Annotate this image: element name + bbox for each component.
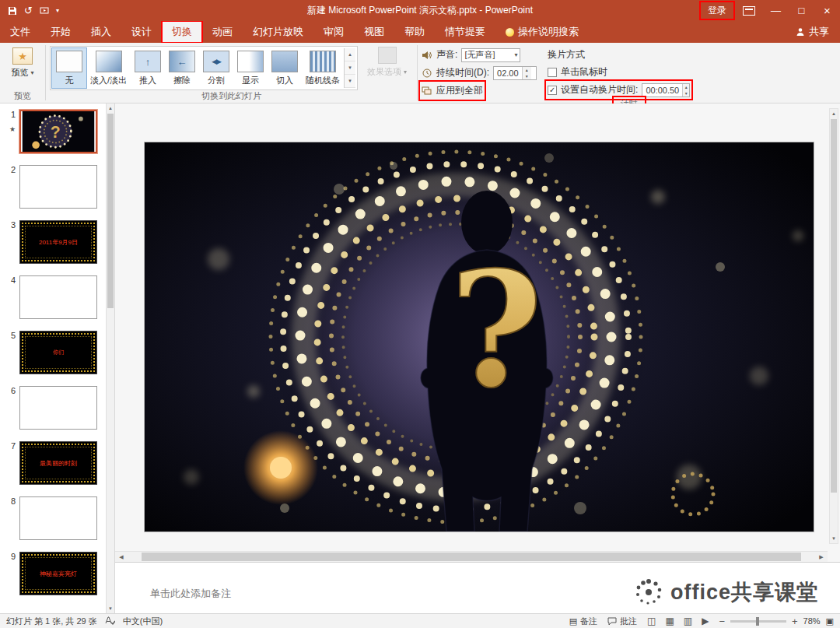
auto-advance-spinner[interactable]: 00:00.50 ▲▼ <box>642 83 690 97</box>
on-mouse-click-checkbox[interactable] <box>548 68 557 77</box>
zoom-slider[interactable] <box>730 620 786 623</box>
comments-toggle-button[interactable]: 批注 <box>607 616 637 627</box>
tab-review[interactable]: 审阅 <box>313 21 354 43</box>
transition-push[interactable]: ↑ 推入 <box>131 48 165 88</box>
login-button[interactable]: 登录 <box>699 1 735 20</box>
thumbnail-scrollbar[interactable]: ▲ ▼ <box>106 103 114 613</box>
maximize-button[interactable]: □ <box>789 0 814 21</box>
slide-thumbnail-4[interactable] <box>19 275 97 319</box>
ribbon-display-options-icon[interactable] <box>743 6 755 16</box>
transition-reveal[interactable]: 显示 <box>233 48 268 88</box>
notes-icon: ▤ <box>569 616 577 626</box>
undo-icon[interactable]: ↺ <box>24 5 33 16</box>
notes-placeholder[interactable]: 单击此处添加备注 <box>150 587 231 601</box>
scroll-right-icon[interactable]: ▶ <box>815 554 828 560</box>
slide-thumbnail-2[interactable] <box>19 165 97 209</box>
tab-view[interactable]: 视图 <box>354 21 394 43</box>
scrollbar-thumb[interactable] <box>142 553 802 561</box>
language-indicator[interactable]: 中文(中国) <box>123 616 163 627</box>
ribbon-tab-bar: 文件 开始 插入 设计 切换 动画 幻灯片放映 审阅 视图 帮助 情节提要 操作… <box>0 21 840 43</box>
minimize-button[interactable]: — <box>763 0 789 21</box>
normal-view-button[interactable]: ◫ <box>647 616 656 626</box>
thumbnail-question-mark: ? <box>51 123 61 141</box>
transition-none[interactable]: 无 <box>52 48 86 88</box>
slide-editor: ? ▲ ▼ ◀ ▶ 单击此处添加备注 <box>115 103 840 613</box>
transition-split[interactable]: ◀▶ 分割 <box>199 48 233 88</box>
horizontal-scrollbar[interactable]: ◀ ▶ <box>115 551 828 562</box>
scroll-down-icon[interactable]: ▼ <box>830 534 838 543</box>
zoom-level[interactable]: 78% <box>803 616 821 626</box>
zoom-out-button[interactable]: − <box>719 616 725 626</box>
transition-wipe[interactable]: ← 擦除 <box>165 48 199 88</box>
zoom-slider-thumb[interactable] <box>756 617 759 626</box>
scroll-up-icon[interactable]: ▲ <box>830 109 838 118</box>
slide-sorter-view-button[interactable]: ▦ <box>665 616 674 626</box>
tab-transitions[interactable]: 切换 <box>162 21 202 43</box>
on-mouse-click-row[interactable]: 单击鼠标时 <box>548 65 690 79</box>
spin-up-icon[interactable]: ▲ <box>683 84 689 90</box>
tab-insert[interactable]: 插入 <box>81 21 121 43</box>
slide-thumbnail-8[interactable] <box>19 496 97 540</box>
scroll-left-icon[interactable]: ◀ <box>115 554 128 560</box>
comment-icon <box>607 617 617 626</box>
slideshow-view-button[interactable]: ▶ <box>702 616 709 626</box>
fade-transition-icon <box>96 51 122 72</box>
close-button[interactable]: × <box>814 0 840 21</box>
auto-advance-checkbox[interactable]: ✓ <box>548 86 557 95</box>
tab-file[interactable]: 文件 <box>0 21 40 43</box>
spin-down-icon[interactable]: ▼ <box>523 73 531 79</box>
transition-fade[interactable]: 淡入/淡出 <box>86 48 131 88</box>
reading-view-button[interactable]: ▥ <box>684 616 692 626</box>
notes-pane[interactable]: 单击此处添加备注 office共享课堂 <box>115 562 840 613</box>
scroll-down-icon[interactable]: ▼ <box>107 604 114 613</box>
scrollbar-thumb[interactable] <box>831 119 837 493</box>
spin-up-icon[interactable]: ▲ <box>523 67 531 73</box>
transition-label: 随机线条 <box>306 75 340 86</box>
tab-home[interactable]: 开始 <box>40 21 81 43</box>
current-slide[interactable]: ? <box>145 142 814 532</box>
duration-spinner[interactable]: 02.00 ▲▼ <box>493 66 537 80</box>
thumbnail-row: 5 你们 <box>3 331 114 374</box>
spin-down-icon[interactable]: ▼ <box>683 90 689 96</box>
preview-button[interactable]: ★ 预览▾ <box>5 46 40 80</box>
save-icon[interactable] <box>8 6 17 16</box>
status-bar: 幻灯片 第 1 张, 共 29 张 中文(中国) ▤ 备注 批注 ◫ ▦ ▥ ▶… <box>0 613 840 628</box>
spell-check-icon[interactable] <box>105 616 115 626</box>
auto-advance-row[interactable]: ✓ 设置自动换片时间: 00:00.50 ▲▼ <box>548 82 690 97</box>
scrollbar-thumb[interactable] <box>107 114 114 308</box>
tab-tell-me[interactable]: 操作说明搜索 <box>495 21 589 43</box>
slide-thumbnail-9[interactable]: 神秘嘉宾亮灯 <box>19 552 97 595</box>
tab-design[interactable]: 设计 <box>121 21 162 43</box>
slide-thumbnail-3[interactable]: 2011年9月9日 <box>19 220 97 264</box>
notes-toggle-button[interactable]: ▤ 备注 <box>569 616 597 627</box>
transition-cut[interactable]: 切入 <box>268 48 302 88</box>
slide-thumbnail-1[interactable]: ? <box>19 110 97 153</box>
tell-me-label: 操作说明搜索 <box>518 25 579 39</box>
customize-qat-icon[interactable]: ▾ <box>56 7 59 14</box>
tab-slideshow[interactable]: 幻灯片放映 <box>243 21 313 43</box>
scroll-up-icon[interactable]: ▲ <box>107 103 114 113</box>
gallery-more-button[interactable]: ▾ <box>345 75 355 88</box>
gallery-scroll-up[interactable]: ▴ <box>345 48 355 61</box>
zoom-in-button[interactable]: + <box>792 616 798 626</box>
slide-number: 2 <box>3 165 16 209</box>
transition-random-bars[interactable]: 随机线条 <box>302 48 344 88</box>
on-mouse-click-label: 单击鼠标时 <box>561 65 607 79</box>
view-switcher: ◫ ▦ ▥ ▶ <box>647 616 709 626</box>
tab-storyboarding[interactable]: 情节提要 <box>435 21 495 43</box>
vertical-scrollbar[interactable]: ▲ ▼ <box>829 108 838 544</box>
sound-dropdown[interactable]: [无声音] ▾ <box>461 48 520 62</box>
share-button[interactable]: 共享 <box>785 21 840 43</box>
gallery-scroll-down[interactable]: ▾ <box>345 61 355 75</box>
slide-thumbnail-6[interactable] <box>19 386 97 430</box>
start-slideshow-icon[interactable] <box>40 6 49 16</box>
slide-thumbnail-7[interactable]: 最美丽的时刻 <box>19 441 97 485</box>
powerpoint-window: ↺ ▾ 新建 Microsoft PowerPoint 演示文稿.pptx - … <box>0 0 840 628</box>
tab-help[interactable]: 帮助 <box>394 21 435 43</box>
tab-animations[interactable]: 动画 <box>202 21 243 43</box>
apply-to-all-button[interactable]: 应用到全部 <box>422 83 483 98</box>
main-area: 1★ ? 2 3 <box>0 103 840 613</box>
preview-button-label: 预览 <box>11 67 28 79</box>
fit-to-window-button[interactable]: ▣ <box>826 616 834 626</box>
slide-thumbnail-5[interactable]: 你们 <box>19 331 97 374</box>
